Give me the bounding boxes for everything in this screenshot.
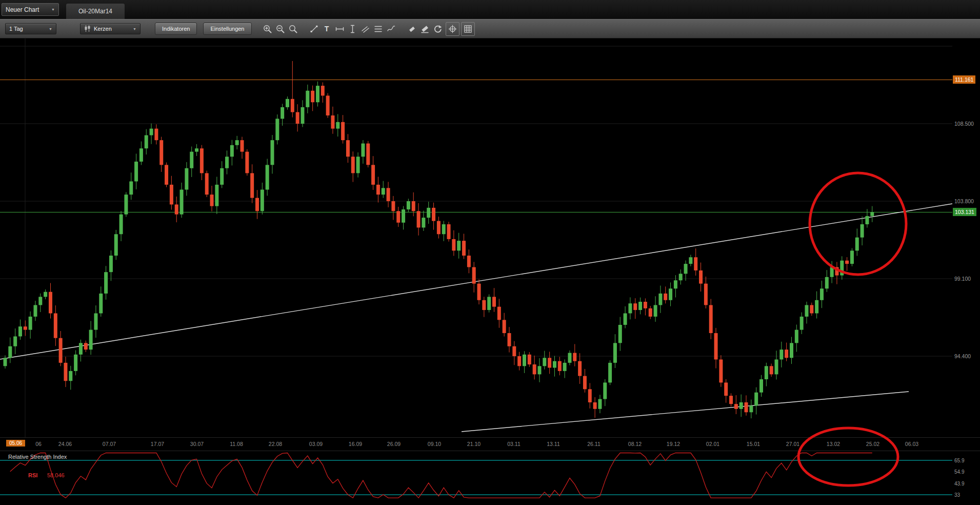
date-axis: 05.06 0624.0607.0717.0730.0711.0822.0803… (0, 437, 980, 451)
zoom-in-icon[interactable] (261, 23, 274, 35)
trendlines (0, 204, 952, 432)
vertical-line-tool-icon[interactable] (346, 23, 359, 35)
candle (850, 250, 854, 264)
candle (79, 343, 83, 354)
tab-label: Oil-20Mar14 (78, 8, 112, 15)
candle (628, 303, 632, 313)
date-axis-label: 06.03 (905, 441, 918, 447)
candle (845, 261, 849, 264)
candle (29, 317, 32, 330)
rsi-value: 58.046 (47, 472, 65, 478)
candle (508, 333, 511, 346)
zoom-reset-icon[interactable] (287, 23, 299, 35)
candle (835, 267, 838, 276)
candle (33, 305, 37, 316)
rsi-panel[interactable]: Relative Strength Index RSI 58.046 65.95… (0, 451, 980, 505)
candle (774, 359, 778, 374)
zoom-out-icon[interactable] (274, 23, 287, 35)
candle (402, 209, 405, 223)
candle (205, 173, 209, 195)
candle (124, 195, 128, 215)
rsi-line (10, 453, 872, 498)
settings-button[interactable]: Einstellungen (203, 23, 251, 35)
candle (159, 140, 163, 165)
grid-toggle-button[interactable] (461, 22, 475, 36)
clear-all-drawings-icon[interactable] (418, 23, 431, 35)
chart-type-select[interactable]: Kerzen ▼ (80, 23, 141, 34)
candle (412, 201, 415, 211)
candle (391, 201, 395, 211)
date-axis-label: 19.12 (667, 441, 680, 447)
candle (472, 267, 476, 284)
candle (442, 224, 446, 234)
candle (563, 363, 567, 371)
candle (573, 353, 576, 361)
candle (714, 333, 718, 359)
price-chart-panel[interactable]: 111.161108.500103.800103.13199.10094.400 (0, 38, 980, 437)
rsi-scale-label: 65.9 (954, 458, 964, 463)
candle (215, 185, 218, 206)
candle (326, 95, 330, 115)
candle (4, 358, 7, 366)
crosshair-toggle-button[interactable] (446, 22, 459, 36)
date-axis-label: 08.12 (628, 441, 642, 447)
candle (376, 185, 380, 195)
trendline-tool-icon[interactable] (308, 23, 321, 35)
timeframe-select[interactable]: 1 Tag ▼ (5, 23, 56, 34)
freehand-draw-tool-icon[interactable] (385, 23, 397, 35)
date-axis-label: 24.06 (58, 441, 72, 447)
candle (241, 140, 244, 151)
candle (583, 376, 587, 390)
candlestick-icon (84, 25, 91, 33)
channel-tool-icon[interactable] (359, 23, 372, 35)
candle (185, 168, 188, 190)
candle (59, 338, 63, 363)
candle (104, 272, 108, 294)
candle (649, 308, 652, 317)
rsi-title: Relative Strength Index (8, 454, 67, 460)
candle (553, 361, 556, 368)
fibonacci-tool-icon[interactable] (372, 23, 385, 35)
candle (543, 358, 546, 366)
candle (785, 349, 788, 358)
candle (805, 305, 808, 316)
candle (225, 157, 229, 168)
candle (69, 371, 72, 381)
horizontal-line-tool-icon[interactable] (333, 23, 346, 35)
candle (568, 353, 571, 363)
candle (154, 129, 158, 140)
candle (503, 320, 506, 333)
candle (129, 181, 133, 195)
candle (427, 208, 430, 218)
eraser-icon[interactable] (406, 23, 418, 35)
candle (694, 257, 697, 270)
candle (346, 140, 350, 157)
candle (180, 190, 184, 215)
refresh-icon[interactable] (431, 23, 444, 35)
candle (356, 157, 360, 173)
candle (452, 239, 455, 250)
text-tool-icon[interactable]: T (321, 23, 333, 35)
candle (669, 288, 672, 300)
candle (366, 144, 370, 165)
rsi-scale-label: 43.9 (954, 481, 964, 487)
candle (245, 152, 249, 173)
candle (13, 336, 17, 346)
candle (709, 305, 713, 333)
candle (523, 355, 526, 366)
chart-toolbar: 1 Tag ▼ Kerzen ▼ Indikatoren Einstellung… (0, 19, 980, 38)
tab-oil-20mar14[interactable]: Oil-20Mar14 (66, 4, 125, 19)
indicators-button[interactable]: Indikatoren (155, 23, 197, 35)
candle (336, 122, 339, 129)
candle (145, 135, 148, 148)
rsi-chart-canvas[interactable] (0, 451, 980, 505)
candle (8, 346, 12, 358)
candle (674, 280, 677, 288)
date-axis-label: 21.10 (467, 441, 481, 447)
candle (109, 256, 113, 272)
candlestick-chart-canvas[interactable] (0, 38, 980, 437)
candle (170, 185, 173, 205)
new-chart-dropdown[interactable]: Neuer Chart ▼ (2, 3, 59, 16)
candle (684, 264, 688, 274)
candle (749, 405, 753, 412)
